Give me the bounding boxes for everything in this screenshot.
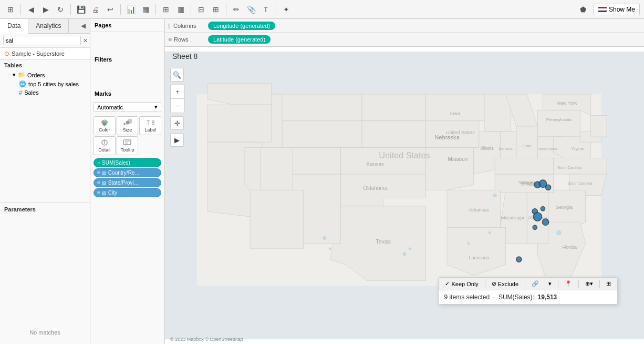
pan-icon[interactable]: ▶ [170,133,184,147]
keep-only-label: Keep Only [451,281,478,287]
svg-text:United States: United States [379,150,430,160]
tooltip-icon [122,139,132,146]
content-area: ⫿ Columns Longitude (generated) ≡ Rows L… [165,19,644,344]
table-icon-button[interactable]: ⊞ [603,279,614,288]
tables-header: Tables [0,60,90,70]
view-icon-button[interactable]: ⊕▾ [582,279,596,288]
svg-text:Iowa: Iowa [450,112,461,117]
refresh-icon[interactable]: ↻ [54,3,67,16]
collapse-panel-icon[interactable]: ◀ [77,19,90,33]
text-icon[interactable]: T [259,3,272,16]
marks-pills: ○ SUM(Sales) ≡ ▤ Country/Re... ≡ ▤ State… [90,157,164,198]
data-source[interactable]: ⊙ Sample - Superstore [0,48,90,60]
marks-type-dropdown[interactable]: Automatic ▾ [94,102,161,112]
map-toolbar: 🔍 + − ✛ ▶ [170,68,185,147]
tooltip-option-button[interactable]: ▾ [545,279,555,288]
svg-text:Pennsylvania: Pennsylvania [546,117,572,122]
keep-only-button[interactable]: ✓ Keep Only [442,279,481,288]
home-icon[interactable]: ⊞ [4,3,17,16]
orders-folder[interactable]: ▾ 📁 Orders [0,70,90,79]
orders-label: Orders [27,72,45,78]
sep2 [70,4,71,15]
present-icon[interactable]: ⬟ [577,3,589,16]
columns-text: Columns [173,23,196,29]
svg-text:Mississippi: Mississippi [501,215,524,220]
color-button[interactable]: Color [94,116,116,135]
sort-icon[interactable]: ⊞ [210,3,222,16]
top5-cities-item[interactable]: 🌐 top 5 cities by sales [0,79,90,88]
clear-search-icon[interactable]: ✕ [83,37,88,44]
sum-sales-label: SUM(Sales): [498,294,534,301]
sum-sales-pill[interactable]: ○ SUM(Sales) [94,158,161,167]
svg-text:Oklahoma: Oklahoma [363,185,388,191]
save-icon[interactable]: 💾 [75,3,87,16]
grid-icon[interactable]: ⊞ [160,3,172,16]
country-pill[interactable]: ≡ ▤ Country/Re... [94,168,161,177]
data-source-name: Sample - Superstore [12,50,65,57]
tooltip-box: ✓ Keep Only ⊘ Exclude 🔗 ▾ 📍 ⊕▾ [438,277,618,305]
search-map-icon[interactable]: 🔍 [170,68,184,82]
latitude-pill[interactable]: Latitude (generated) [208,35,271,44]
toolbar-right: ⬟ Show Me [577,3,640,16]
undo-icon[interactable]: ↩ [104,3,117,16]
table-icon[interactable]: ▦ [139,3,152,16]
svg-text:South Carolina: South Carolina [568,181,593,186]
rows-icon: ≡ [168,36,172,43]
svg-point-61 [493,194,496,197]
back-icon[interactable]: ◀ [25,3,37,16]
color-icon [100,119,109,126]
database-icon: ⊙ [4,50,9,57]
exclude-icon: ⊘ [492,280,496,287]
sales-item[interactable]: # Sales [0,88,90,97]
pointer-icon[interactable]: ✦ [280,3,293,16]
state-type-icon: ▤ [102,180,107,186]
paperclip-icon[interactable]: 📎 [245,3,257,16]
tooltip-button[interactable]: Tooltip [117,136,139,155]
tab-analytics[interactable]: Analytics [28,19,69,33]
detail-label: Detail [98,147,110,153]
middle-panel: Pages Filters Marks Automatic ▾ Color [90,19,165,344]
rows-label: ≡ Rows [168,36,205,43]
left-panel: Data Analytics ◀ ✕ ▼ ≡ ⊙ Sample - Supers… [0,19,90,344]
size-button[interactable]: Size [117,116,139,135]
columns-icon: ⫿ [168,22,171,29]
filters-label: Filters [95,56,112,63]
chart-icon[interactable]: 📊 [124,3,137,16]
city-pill[interactable]: ≡ ▤ City [94,188,161,197]
no-matches-text: No matches [0,321,90,344]
tooltip-sep3 [558,280,558,288]
filter-icon[interactable]: ⊟ [195,3,207,16]
forward-icon[interactable]: ▶ [39,3,52,16]
sep5 [191,4,191,15]
state-pill[interactable]: ≡ ▤ State/Provi... [94,178,161,187]
link-icon-button[interactable]: 🔗 [528,279,542,288]
pages-section: Pages [90,19,164,32]
label-button[interactable]: T Label [139,116,161,135]
tooltip-label: Tooltip [120,147,134,153]
longitude-pill[interactable]: Longitude (generated) [208,22,275,30]
print-icon[interactable]: 🖨 [89,3,102,16]
map-copyright: © 2023 Mapbox © OpenStreetMap [170,337,243,342]
svg-point-59 [468,242,470,245]
search-input[interactable] [3,36,81,45]
city-prefix-icon: ≡ [97,190,100,196]
sep1 [20,4,21,15]
rows-text: Rows [174,36,189,43]
svg-text:United States: United States [446,130,475,135]
sep3 [120,4,121,15]
svg-text:North Carolina: North Carolina [557,166,581,170]
zoom-in-button[interactable]: + [171,85,184,99]
pin-icon-button[interactable]: 📍 [562,279,575,288]
detail-button[interactable]: Detail [94,136,116,155]
layout-icon[interactable]: ▥ [174,3,187,16]
svg-point-13 [104,140,105,141]
zoom-out-button[interactable]: − [171,99,184,113]
panel-tabs: Data Analytics ◀ [0,19,90,34]
pencil-icon[interactable]: ✏ [230,3,243,16]
globe-icon: 🌐 [19,80,26,87]
tab-data[interactable]: Data [0,19,28,34]
exclude-button[interactable]: ⊘ Exclude [489,279,522,288]
items-selected-text: 9 items selected [444,294,490,301]
show-me-button[interactable]: Show Me [594,4,640,15]
crosshair-icon[interactable]: ✛ [170,116,184,130]
